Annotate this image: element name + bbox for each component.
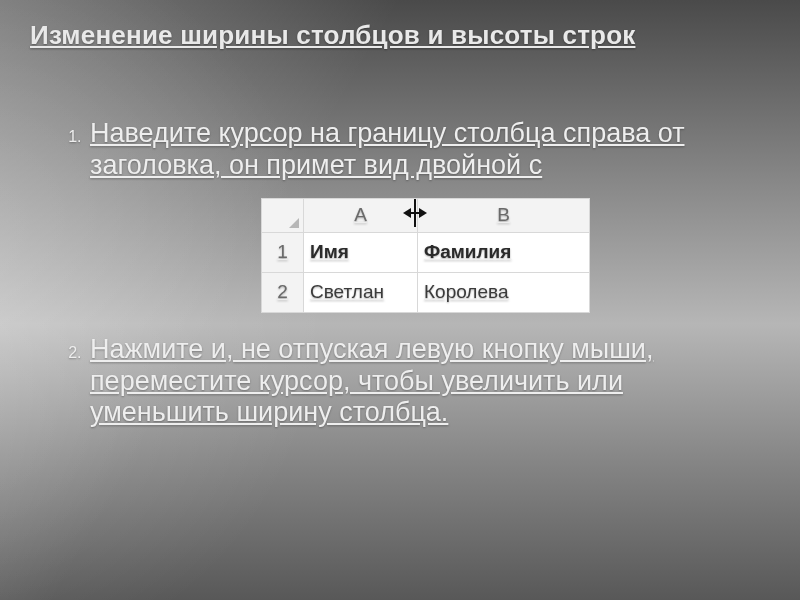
excel-screenshot: A B 1 Имя Фамилия 2 Светлан Королева <box>261 198 589 312</box>
step-1: Наведите курсор на границу столбца справ… <box>86 118 760 312</box>
step-1-text: Наведите курсор на границу столбца справ… <box>90 118 685 180</box>
steps-list: Наведите курсор на границу столбца справ… <box>50 118 760 451</box>
row-header-2: 2 <box>262 272 304 312</box>
step-2: Нажмите и, не отпуская левую кнопку мыши… <box>86 334 760 430</box>
col-header-b: B <box>418 198 590 232</box>
slide-title: Изменение ширины столбцов и высоты строк <box>30 20 770 51</box>
row-header-1: 1 <box>262 232 304 272</box>
slide: Изменение ширины столбцов и высоты строк… <box>0 0 800 600</box>
cell-a2: Светлан <box>304 272 418 312</box>
excel-table: A B 1 Имя Фамилия 2 Светлан Королева <box>261 198 590 313</box>
cell-b2: Королева <box>418 272 590 312</box>
cell-a1: Имя <box>304 232 418 272</box>
step-2-text: Нажмите и, не отпуская левую кнопку мыши… <box>90 334 653 428</box>
col-header-a: A <box>304 198 418 232</box>
select-all-corner <box>262 198 304 232</box>
cell-b1: Фамилия <box>418 232 590 272</box>
